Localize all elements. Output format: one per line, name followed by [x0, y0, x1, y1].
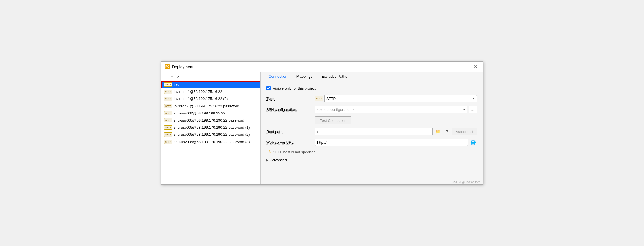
server-label: test — [174, 82, 180, 87]
visible-only-row: Visible only for this project — [266, 86, 477, 90]
warning-row: ⚠ SFTP host is not specified — [266, 149, 477, 154]
sftp-badge: SFTP — [164, 132, 172, 137]
server-item[interactable]: SFTP test — [161, 81, 260, 88]
advanced-divider — [290, 160, 477, 160]
warning-icon: ⚠ — [267, 149, 271, 154]
left-panel: + − ✓ SFTP test SFTP jhvirson-1@58.199.1… — [161, 72, 261, 184]
test-connection-row: Test Connection — [266, 116, 477, 128]
warning-text: SFTP host is not specified — [273, 150, 316, 154]
ssh-config-row: SSH configuration: <select configuration… — [266, 106, 477, 113]
ssh-config-select[interactable] — [315, 106, 467, 113]
server-item[interactable]: SFTP shu-usv005@58.199.170.190:22 passwo… — [161, 138, 260, 145]
ssh-select-wrapper: <select configuration> ▼ — [315, 106, 467, 113]
deployment-window: PC Deployment ✕ + − ✓ SFTP test SFTP jhv… — [161, 62, 483, 184]
sftp-badge: SFTP — [164, 125, 172, 130]
root-path-row: Root path: 📁 ? Autodetect — [266, 128, 477, 135]
visible-only-label: Visible only for this project — [273, 86, 316, 90]
server-label: jhvirson-1@58.199.175.16:22 — [174, 90, 222, 94]
ssh-label: SSH configuration: — [266, 107, 312, 112]
root-path-help-button[interactable]: ? — [443, 128, 451, 135]
server-label: jhvirson-1@58.199.175.16:22 password — [174, 104, 239, 108]
confirm-server-button[interactable]: ✓ — [175, 74, 181, 79]
title-bar: PC Deployment ✕ — [161, 62, 483, 72]
root-path-folder-button[interactable]: 📁 — [434, 128, 442, 135]
ssh-more-button[interactable]: ... — [469, 106, 477, 113]
server-item[interactable]: SFTP jhvirson-1@58.199.175.16:22 (2) — [161, 95, 260, 102]
sftp-badge: SFTP — [164, 97, 172, 101]
advanced-label: Advanced — [270, 158, 287, 162]
server-item[interactable]: SFTP jhvirson-1@58.199.175.16:22 passwor… — [161, 103, 260, 110]
remove-server-button[interactable]: − — [170, 74, 174, 79]
tab-connection[interactable]: Connection — [264, 72, 292, 82]
add-server-button[interactable]: + — [164, 74, 168, 79]
advanced-row[interactable]: ▶ Advanced — [266, 157, 477, 163]
watermark: CSDN @Cassia tora — [261, 180, 483, 184]
sftp-badge: SFTP — [164, 104, 172, 108]
advanced-arrow-icon: ▶ — [266, 158, 269, 162]
tab-mappings[interactable]: Mappings — [292, 72, 317, 82]
root-path-label: Root path: — [266, 130, 312, 134]
server-item[interactable]: SFTP shu-usv005@58.199.170.190:22 passwo… — [161, 131, 260, 138]
tab-excluded-paths[interactable]: Excluded Paths — [317, 72, 352, 82]
content-area: + − ✓ SFTP test SFTP jhvirson-1@58.199.1… — [161, 72, 483, 184]
sftp-type-badge: SFTP — [315, 96, 323, 101]
type-select[interactable]: SFTP — [324, 95, 477, 102]
server-label: shu-usv005@58.199.170.190:22 password (1… — [174, 125, 250, 130]
server-toolbar: + − ✓ — [161, 72, 260, 81]
server-item[interactable]: SFTP shu-usv005@58.199.170.190:22 passwo… — [161, 117, 260, 124]
form-area: Visible only for this project Type: SFTP… — [261, 82, 483, 180]
server-item[interactable]: SFTP shu-usv005@58.199.170.190:22 passwo… — [161, 124, 260, 131]
root-path-input[interactable] — [315, 128, 433, 135]
web-url-label: Web server URL: — [266, 140, 312, 145]
right-panel: ConnectionMappingsExcluded Paths Visible… — [261, 72, 483, 184]
server-label: shu-usv005@58.199.170.190:22 password (2… — [174, 132, 250, 137]
sftp-badge: SFTP — [164, 118, 172, 122]
type-select-wrapper: SFTP SFTP ▼ — [315, 95, 477, 102]
visible-only-checkbox[interactable] — [266, 86, 271, 90]
server-list: SFTP test SFTP jhvirson-1@58.199.175.16:… — [161, 81, 260, 184]
web-url-row: Web server URL: 🌐 — [266, 139, 477, 146]
web-url-globe-button[interactable]: 🌐 — [469, 139, 477, 146]
type-label: Type: — [266, 97, 312, 101]
sftp-badge: SFTP — [164, 82, 172, 87]
sftp-badge: SFTP — [164, 111, 172, 115]
server-item[interactable]: SFTP shu-usv002@58.199.168.25:22 — [161, 110, 260, 117]
server-label: jhvirson-1@58.199.175.16:22 (2) — [174, 97, 228, 101]
test-connection-button[interactable]: Test Connection — [315, 116, 351, 124]
app-icon: PC — [165, 64, 170, 69]
close-button[interactable]: ✕ — [472, 63, 479, 70]
tab-bar: ConnectionMappingsExcluded Paths — [261, 72, 483, 82]
window-title: Deployment — [172, 65, 193, 69]
server-label: shu-usv005@58.199.170.190:22 password — [174, 118, 244, 122]
sftp-badge: SFTP — [164, 90, 172, 94]
type-row: Type: SFTP SFTP ▼ — [266, 95, 477, 102]
autodetect-button[interactable]: Autodetect — [452, 128, 477, 135]
web-url-input[interactable] — [315, 139, 468, 146]
sftp-badge: SFTP — [164, 140, 172, 144]
server-label: shu-usv002@58.199.168.25:22 — [174, 111, 225, 115]
server-label: shu-usv005@58.199.170.190:22 password (3… — [174, 140, 250, 144]
server-item[interactable]: SFTP jhvirson-1@58.199.175.16:22 — [161, 88, 260, 95]
